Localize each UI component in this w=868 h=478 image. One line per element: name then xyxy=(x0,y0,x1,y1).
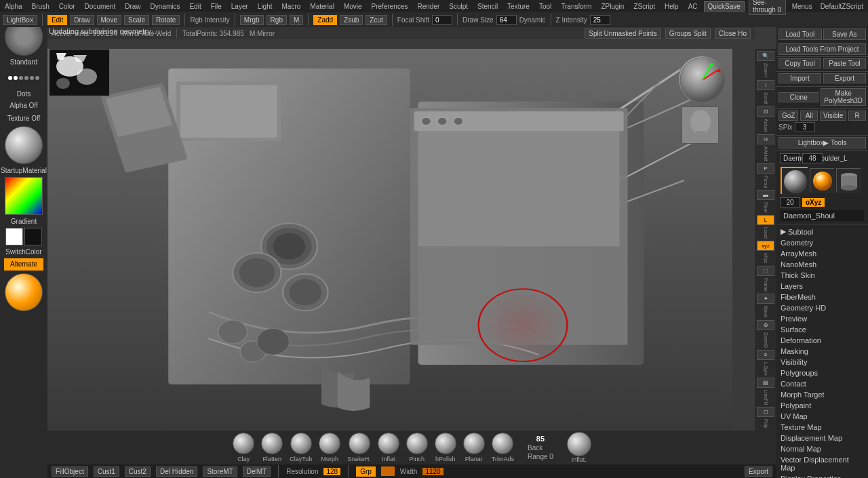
canvas-area[interactable] xyxy=(47,49,732,431)
close-ho-button[interactable]: Close Ho xyxy=(715,28,751,39)
draw-button[interactable]: Draw xyxy=(70,15,94,25)
zcut-button[interactable]: Zcut xyxy=(366,15,387,25)
vector-displacement-map-item[interactable]: Vector Displacement Map xyxy=(778,454,866,473)
del-mt-button[interactable]: DelMT xyxy=(243,466,271,477)
oxyz-button[interactable]: xyz xyxy=(757,241,774,251)
z-intensity-value[interactable]: 25 xyxy=(590,15,610,25)
load-tools-from-project-button[interactable]: Load Tools From Project xyxy=(778,43,866,55)
uv-map-item[interactable]: UV Map xyxy=(778,411,866,422)
scroll-button[interactable]: ↕ xyxy=(757,80,774,90)
menu-light[interactable]: Light xyxy=(256,3,275,10)
menu-stencil[interactable]: Stencil xyxy=(475,3,500,10)
move-ri-button[interactable]: ✦ xyxy=(757,294,774,304)
import-button[interactable]: Import xyxy=(778,73,821,83)
menu-macro[interactable]: Macro xyxy=(280,3,303,10)
menu-render[interactable]: Render xyxy=(415,3,441,10)
actual-button[interactable]: ⊡ xyxy=(757,106,774,117)
spix-value[interactable]: 3 xyxy=(795,122,815,132)
dots-preview[interactable] xyxy=(6,68,41,87)
flatten-brush[interactable]: Flatten xyxy=(261,433,283,462)
visibility-item[interactable]: Visibility xyxy=(778,357,866,367)
groups-split-button[interactable]: Groups Split xyxy=(665,28,711,39)
hpolish-brush[interactable]: hPolish xyxy=(435,433,456,462)
all-button[interactable]: All xyxy=(800,111,818,121)
zsub-button[interactable]: Zsub xyxy=(340,15,363,25)
inflat-brush[interactable]: Inflat xyxy=(378,433,399,462)
color-picker[interactable] xyxy=(5,177,43,215)
export-button[interactable]: Export xyxy=(823,73,866,83)
fill-sphere[interactable] xyxy=(5,273,43,311)
display-properties-item[interactable]: Display Properties xyxy=(778,473,866,478)
r-button[interactable]: R xyxy=(848,111,866,121)
cylinder-icon[interactable] xyxy=(836,168,861,193)
geometry-hd-item[interactable]: Geometry HD xyxy=(778,302,866,313)
load-tool-button[interactable]: Load Tool xyxy=(778,28,822,40)
local-button[interactable]: L xyxy=(757,215,774,225)
large-sphere-bottom[interactable] xyxy=(567,432,591,456)
width-value[interactable]: 1120 xyxy=(422,468,443,475)
menu-preferences[interactable]: Preferences xyxy=(370,3,410,10)
lightbox-button[interactable]: LightBox xyxy=(3,15,37,25)
menu-layer[interactable]: Layer xyxy=(229,3,250,10)
menu-color[interactable]: Color xyxy=(57,3,77,10)
menu-file[interactable]: File xyxy=(209,3,224,10)
quick-save-button[interactable]: QuickSave xyxy=(704,1,745,12)
linefill-button[interactable]: ▤ xyxy=(757,378,774,388)
zoomd-button[interactable]: ⊕ xyxy=(757,320,774,330)
polygroups-item[interactable]: Polygroups xyxy=(778,367,866,378)
goz-button[interactable]: GoZ xyxy=(778,111,798,121)
tool-number-48[interactable]: 48 xyxy=(802,153,823,163)
texture-map-item[interactable]: Texture Map xyxy=(778,422,866,433)
lsym-button[interactable]: ≡ xyxy=(757,350,774,360)
menu-texture[interactable]: Texture xyxy=(505,3,532,10)
export-status-button[interactable]: Export xyxy=(745,466,772,477)
texture-off-label[interactable]: Texture Off xyxy=(7,113,41,123)
menu-draw[interactable]: Draw xyxy=(123,3,142,10)
main-tool-icon[interactable] xyxy=(781,167,808,194)
masking-item[interactable]: Masking xyxy=(778,346,866,357)
rotate-button[interactable]: Rotate xyxy=(152,15,180,25)
resolution-value[interactable]: 128 xyxy=(323,468,340,475)
copy-tool-button[interactable]: Copy Tool xyxy=(778,58,821,68)
fill-object-status-button[interactable]: FillObject xyxy=(52,466,88,477)
alternate-button[interactable]: Alternate xyxy=(4,258,43,271)
move-button[interactable]: Move xyxy=(97,15,121,25)
menu-movie[interactable]: Movie xyxy=(342,3,364,10)
navigation-gizmo[interactable] xyxy=(678,56,726,103)
thick-skin-item[interactable]: Thick Skin xyxy=(778,270,866,281)
nanomesh-item[interactable]: NanoMesh xyxy=(778,259,866,270)
menu-document[interactable]: Document xyxy=(83,3,118,10)
alpha-off-label[interactable]: Alpha Off xyxy=(9,100,38,111)
menu-alpha[interactable]: Alpha xyxy=(3,3,24,10)
del-hidden-button[interactable]: Del Hidden xyxy=(156,466,197,477)
menu-dynamics[interactable]: Dynamics xyxy=(149,3,182,10)
split-unmasked-button[interactable]: Split Unmasked Points xyxy=(585,28,661,39)
grp-button[interactable]: Grp xyxy=(356,466,376,477)
menu-zplugin[interactable]: ZPlugin xyxy=(599,3,626,10)
trimads-brush[interactable]: TrimAds xyxy=(492,433,514,462)
morph-brush[interactable]: Morph xyxy=(319,433,340,462)
deformation-item[interactable]: Deformation xyxy=(778,335,866,346)
contact-item[interactable]: Contact xyxy=(778,378,866,389)
tool-number-display[interactable]: Daemon_Shoulder_L xyxy=(780,153,800,163)
draw-size-value[interactable]: 64 xyxy=(496,15,517,25)
menu-zscript[interactable]: ZScript xyxy=(631,3,657,10)
layers-item[interactable]: Layers xyxy=(778,281,866,292)
save-as-button[interactable]: Save As xyxy=(823,28,867,40)
geometry-item[interactable]: Geometry xyxy=(778,237,866,248)
dot-1[interactable] xyxy=(8,76,12,80)
polymesh-icon[interactable] xyxy=(810,168,834,193)
m-button[interactable]: M xyxy=(290,15,303,25)
menu-transform[interactable]: Transform xyxy=(559,3,593,10)
focal-shift-value[interactable]: 0 xyxy=(432,15,452,25)
subtool-item[interactable]: ▶ Subtool xyxy=(778,226,866,237)
switch-color-label[interactable]: SwitchColor xyxy=(5,248,41,256)
cust1-button[interactable]: Cust1 xyxy=(94,466,119,477)
lightbox-tools-button[interactable]: Lightbox▶ Tools xyxy=(778,137,866,148)
paste-tool-button[interactable]: Paste Tool xyxy=(823,58,866,68)
morph-target-item[interactable]: Morph Target xyxy=(778,389,866,400)
menu-sculpt[interactable]: Sculpt xyxy=(447,3,470,10)
menu-brush[interactable]: Brush xyxy=(30,3,52,10)
poly-button[interactable]: ◻ xyxy=(757,407,774,417)
clone-button[interactable]: Clone xyxy=(778,92,818,102)
